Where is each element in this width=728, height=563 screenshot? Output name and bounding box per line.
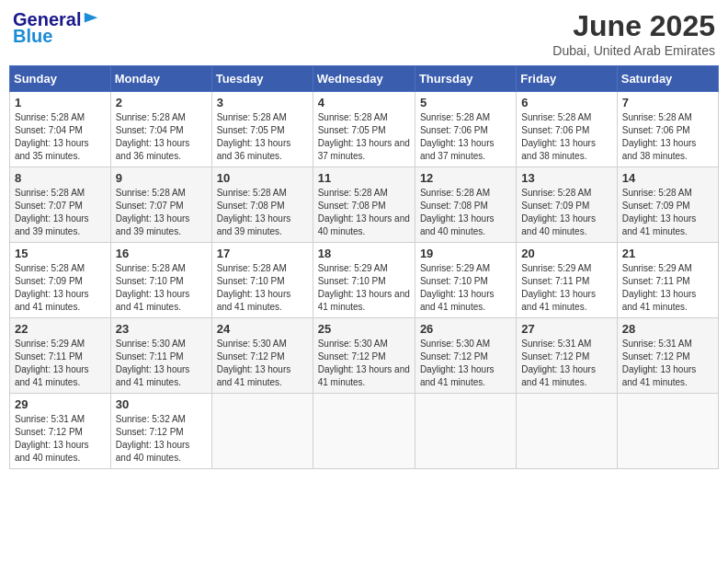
week-row-2: 8 Sunrise: 5:28 AM Sunset: 7:07 PM Dayli… [10, 167, 719, 243]
day-info: Sunrise: 5:31 AM Sunset: 7:12 PM Dayligh… [15, 413, 106, 465]
day-info: Sunrise: 5:28 AM Sunset: 7:08 PM Dayligh… [318, 187, 410, 238]
day-cell-29: 29 Sunrise: 5:31 AM Sunset: 7:12 PM Dayl… [10, 394, 111, 469]
day-cell-7: 7 Sunrise: 5:28 AM Sunset: 7:06 PM Dayli… [617, 92, 718, 167]
day-number: 22 [15, 322, 106, 336]
day-cell-18: 18 Sunrise: 5:29 AM Sunset: 7:10 PM Dayl… [313, 243, 415, 318]
day-info: Sunrise: 5:28 AM Sunset: 7:06 PM Dayligh… [622, 111, 713, 163]
day-number: 3 [217, 96, 308, 109]
day-number: 21 [622, 247, 713, 260]
day-cell-22: 22 Sunrise: 5:29 AM Sunset: 7:11 PM Dayl… [10, 318, 111, 394]
svg-marker-0 [85, 13, 97, 23]
day-cell-10: 10 Sunrise: 5:28 AM Sunset: 7:08 PM Dayl… [211, 167, 313, 243]
day-number: 28 [622, 322, 713, 336]
day-info: Sunrise: 5:28 AM Sunset: 7:06 PM Dayligh… [420, 111, 511, 163]
day-number: 8 [15, 171, 106, 185]
week-row-1: 1 Sunrise: 5:28 AM Sunset: 7:04 PM Dayli… [10, 92, 719, 167]
day-info: Sunrise: 5:28 AM Sunset: 7:08 PM Dayligh… [217, 187, 308, 238]
day-number: 4 [318, 96, 410, 109]
empty-cell [415, 394, 516, 469]
day-cell-4: 4 Sunrise: 5:28 AM Sunset: 7:05 PM Dayli… [313, 92, 415, 167]
day-number: 30 [116, 397, 207, 411]
day-info: Sunrise: 5:29 AM Sunset: 7:10 PM Dayligh… [420, 262, 511, 314]
weekday-header-row: SundayMondayTuesdayWednesdayThursdayFrid… [10, 66, 719, 92]
day-info: Sunrise: 5:28 AM Sunset: 7:08 PM Dayligh… [420, 187, 511, 238]
day-cell-20: 20 Sunrise: 5:29 AM Sunset: 7:11 PM Dayl… [517, 243, 617, 318]
day-info: Sunrise: 5:28 AM Sunset: 7:05 PM Dayligh… [217, 111, 308, 163]
day-info: Sunrise: 5:29 AM Sunset: 7:10 PM Dayligh… [318, 262, 410, 314]
day-cell-3: 3 Sunrise: 5:28 AM Sunset: 7:05 PM Dayli… [211, 92, 313, 167]
day-number: 29 [15, 397, 106, 411]
day-cell-16: 16 Sunrise: 5:28 AM Sunset: 7:10 PM Dayl… [110, 243, 211, 318]
day-info: Sunrise: 5:28 AM Sunset: 7:04 PM Dayligh… [15, 111, 106, 163]
day-number: 11 [318, 171, 410, 185]
day-number: 18 [318, 247, 410, 260]
day-cell-27: 27 Sunrise: 5:31 AM Sunset: 7:12 PM Dayl… [517, 318, 617, 394]
title-area: June 2025 Dubai, United Arab Emirates [552, 9, 715, 58]
day-info: Sunrise: 5:30 AM Sunset: 7:11 PM Dayligh… [116, 338, 207, 389]
day-number: 2 [116, 96, 207, 109]
day-cell-5: 5 Sunrise: 5:28 AM Sunset: 7:06 PM Dayli… [415, 92, 516, 167]
page-header: General Blue June 2025 Dubai, United Ara… [9, 9, 719, 58]
day-info: Sunrise: 5:29 AM Sunset: 7:11 PM Dayligh… [622, 262, 713, 314]
header-monday: Monday [110, 66, 211, 92]
day-number: 10 [217, 171, 308, 185]
day-cell-25: 25 Sunrise: 5:30 AM Sunset: 7:12 PM Dayl… [313, 318, 415, 394]
week-row-3: 15 Sunrise: 5:28 AM Sunset: 7:09 PM Dayl… [10, 243, 719, 318]
day-number: 13 [521, 171, 611, 185]
calendar-table: SundayMondayTuesdayWednesdayThursdayFrid… [9, 65, 719, 469]
day-info: Sunrise: 5:28 AM Sunset: 7:06 PM Dayligh… [521, 111, 611, 163]
day-info: Sunrise: 5:28 AM Sunset: 7:09 PM Dayligh… [15, 262, 106, 314]
header-saturday: Saturday [617, 66, 718, 92]
month-title: June 2025 [552, 9, 715, 43]
day-cell-8: 8 Sunrise: 5:28 AM Sunset: 7:07 PM Dayli… [10, 167, 111, 243]
day-cell-2: 2 Sunrise: 5:28 AM Sunset: 7:04 PM Dayli… [110, 92, 211, 167]
day-cell-23: 23 Sunrise: 5:30 AM Sunset: 7:11 PM Dayl… [110, 318, 211, 394]
header-wednesday: Wednesday [313, 66, 415, 92]
day-info: Sunrise: 5:30 AM Sunset: 7:12 PM Dayligh… [217, 338, 308, 389]
day-number: 15 [15, 247, 106, 260]
day-info: Sunrise: 5:28 AM Sunset: 7:07 PM Dayligh… [116, 187, 207, 238]
header-tuesday: Tuesday [211, 66, 313, 92]
day-info: Sunrise: 5:28 AM Sunset: 7:07 PM Dayligh… [15, 187, 106, 238]
day-number: 14 [622, 171, 713, 185]
day-info: Sunrise: 5:29 AM Sunset: 7:11 PM Dayligh… [521, 262, 611, 314]
day-info: Sunrise: 5:28 AM Sunset: 7:10 PM Dayligh… [116, 262, 207, 314]
day-number: 5 [420, 96, 511, 109]
day-number: 1 [15, 96, 106, 109]
day-number: 26 [420, 322, 511, 336]
day-number: 27 [521, 322, 611, 336]
day-number: 12 [420, 171, 511, 185]
day-info: Sunrise: 5:28 AM Sunset: 7:09 PM Dayligh… [521, 187, 611, 238]
day-cell-9: 9 Sunrise: 5:28 AM Sunset: 7:07 PM Dayli… [110, 167, 211, 243]
day-cell-17: 17 Sunrise: 5:28 AM Sunset: 7:10 PM Dayl… [211, 243, 313, 318]
day-info: Sunrise: 5:31 AM Sunset: 7:12 PM Dayligh… [521, 338, 611, 389]
logo-flag-icon [83, 11, 99, 28]
day-info: Sunrise: 5:31 AM Sunset: 7:12 PM Dayligh… [622, 338, 713, 389]
day-number: 19 [420, 247, 511, 260]
day-number: 16 [116, 247, 207, 260]
header-friday: Friday [517, 66, 617, 92]
day-info: Sunrise: 5:30 AM Sunset: 7:12 PM Dayligh… [420, 338, 511, 389]
day-cell-21: 21 Sunrise: 5:29 AM Sunset: 7:11 PM Dayl… [617, 243, 718, 318]
day-info: Sunrise: 5:29 AM Sunset: 7:11 PM Dayligh… [15, 338, 106, 389]
day-info: Sunrise: 5:32 AM Sunset: 7:12 PM Dayligh… [116, 413, 207, 465]
day-number: 24 [217, 322, 308, 336]
logo: General Blue [13, 9, 99, 47]
day-number: 17 [217, 247, 308, 260]
day-number: 9 [116, 171, 207, 185]
day-info: Sunrise: 5:28 AM Sunset: 7:09 PM Dayligh… [622, 187, 713, 238]
day-cell-1: 1 Sunrise: 5:28 AM Sunset: 7:04 PM Dayli… [10, 92, 111, 167]
day-cell-28: 28 Sunrise: 5:31 AM Sunset: 7:12 PM Dayl… [617, 318, 718, 394]
day-number: 6 [521, 96, 611, 109]
day-cell-14: 14 Sunrise: 5:28 AM Sunset: 7:09 PM Dayl… [617, 167, 718, 243]
empty-cell [617, 394, 718, 469]
empty-cell [517, 394, 617, 469]
day-info: Sunrise: 5:30 AM Sunset: 7:12 PM Dayligh… [318, 338, 410, 389]
day-cell-12: 12 Sunrise: 5:28 AM Sunset: 7:08 PM Dayl… [415, 167, 516, 243]
day-number: 20 [521, 247, 611, 260]
day-cell-6: 6 Sunrise: 5:28 AM Sunset: 7:06 PM Dayli… [517, 92, 617, 167]
day-info: Sunrise: 5:28 AM Sunset: 7:10 PM Dayligh… [217, 262, 308, 314]
day-cell-24: 24 Sunrise: 5:30 AM Sunset: 7:12 PM Dayl… [211, 318, 313, 394]
empty-cell [211, 394, 313, 469]
week-row-4: 22 Sunrise: 5:29 AM Sunset: 7:11 PM Dayl… [10, 318, 719, 394]
